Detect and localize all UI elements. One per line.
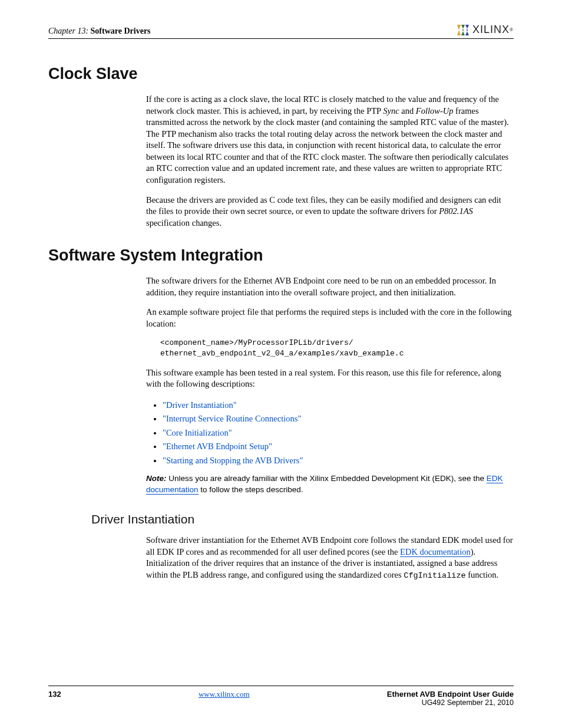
page-footer: 132 www.xilinx.com Ethernet AVB Endpoint… (48, 686, 514, 707)
doc-title: Ethernet AVB Endpoint User Guide (387, 690, 514, 699)
chapter-prefix: Chapter 13: (48, 27, 88, 35)
page-number: 132 (48, 690, 61, 707)
footer-url: www.xilinx.com (199, 690, 250, 707)
paragraph: The software drivers for the Ethernet AV… (146, 275, 514, 298)
heading-driver-instantiation: Driver Instantiation (91, 512, 514, 526)
list-item: "Starting and Stopping the AVB Drivers" (163, 454, 514, 468)
footer-right: Ethernet AVB Endpoint User Guide UG492 S… (387, 690, 514, 707)
driver-instantiation-body: Software driver instantiation for the Et… (146, 535, 514, 581)
term-sync: Sync (383, 106, 399, 116)
page: Chapter 13: Software Drivers XILINX® Clo… (0, 0, 562, 728)
clock-slave-body: If the core is acting as a clock slave, … (146, 94, 514, 229)
link-driver-instantiation[interactable]: "Driver Instantiation" (163, 400, 237, 410)
xilinx-logo-icon (457, 25, 470, 35)
chapter-title: Software Drivers (91, 27, 151, 35)
paragraph: Because the drivers are provided as C co… (146, 195, 514, 229)
link-start-stop-drivers[interactable]: "Starting and Stopping the AVB Drivers" (163, 456, 303, 465)
heading-software-system-integration: Software System Integration (48, 246, 514, 265)
link-edk-documentation-2[interactable]: EDK documentation (400, 547, 471, 557)
term-spec: P802.1AS (439, 206, 473, 216)
list-item: "Interrupt Service Routine Connections" (163, 412, 514, 426)
link-isr-connections[interactable]: "Interrupt Service Routine Connections" (163, 414, 301, 423)
link-xilinx-site[interactable]: www.xilinx.com (199, 690, 250, 699)
reference-link-list: "Driver Instantiation" "Interrupt Servic… (146, 398, 514, 468)
list-item: "Core Initialization" (163, 426, 514, 440)
page-header: Chapter 13: Software Drivers XILINX® (48, 24, 514, 39)
running-header-text: Chapter 13: Software Drivers (48, 27, 151, 36)
heading-clock-slave: Clock Slave (48, 65, 514, 83)
note-label: Note: (146, 474, 167, 483)
paragraph: This software example has been tested in… (146, 367, 514, 390)
term-follow-up: Follow-Up (416, 106, 454, 116)
doc-subtitle: UG492 September 21, 2010 (387, 699, 514, 707)
list-item: "Ethernet AVB Endpoint Setup" (163, 440, 514, 454)
paragraph: Software driver instantiation for the Et… (146, 535, 514, 581)
code-cfginitialize: CfgInitialize (404, 571, 465, 580)
paragraph: An example software project file that pe… (146, 307, 514, 330)
logo-text: XILINX (472, 24, 510, 36)
note: Note: Unless you are already familiar wi… (146, 473, 514, 496)
paragraph: If the core is acting as a clock slave, … (146, 94, 514, 186)
link-core-initialization[interactable]: "Core Initialization" (163, 428, 232, 437)
xilinx-logo: XILINX® (457, 24, 514, 36)
link-avb-endpoint-setup[interactable]: "Ethernet AVB Endpoint Setup" (163, 442, 272, 451)
code-path: <component_name>/MyProcessorIPLib/driver… (160, 338, 514, 358)
ssi-body: The software drivers for the Ethernet AV… (146, 275, 514, 496)
list-item: "Driver Instantiation" (163, 398, 514, 413)
